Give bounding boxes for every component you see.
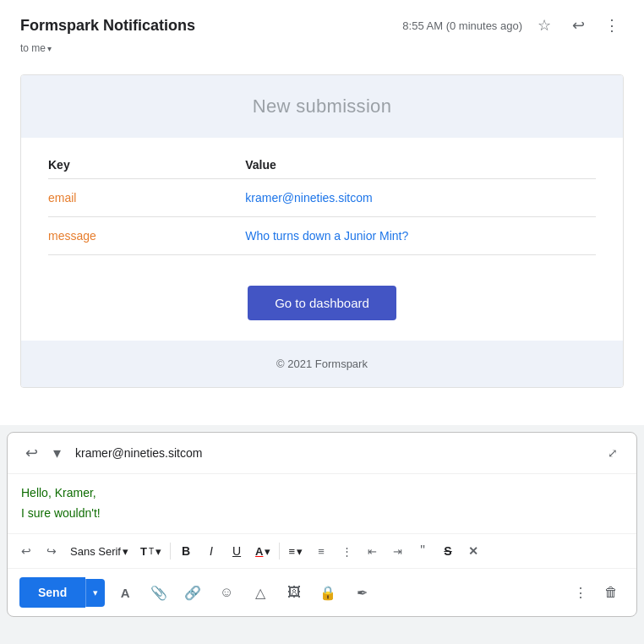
drive-icon[interactable]: △ xyxy=(247,579,274,606)
actions-right: ⋮ 🗑 xyxy=(567,579,625,606)
email-time: 8:55 AM (0 minutes ago) xyxy=(402,19,522,32)
formspark-footer: © 2021 Formspark xyxy=(21,341,623,387)
sender-name: Formspark Notifications xyxy=(20,17,195,35)
dashboard-btn-row: Go to dashboard xyxy=(21,269,623,341)
more-options-compose-icon[interactable]: ⋮ xyxy=(567,579,594,606)
table-row: messageWho turns down a Junior Mint? xyxy=(48,217,596,255)
formspark-email-header: New submission xyxy=(21,75,623,138)
text-color-a: A xyxy=(255,545,263,558)
signature-icon[interactable]: ✒ xyxy=(348,579,375,606)
compose-to-email: kramer@nineties.sitcom xyxy=(75,446,594,460)
link-icon[interactable]: 🔗 xyxy=(179,579,206,606)
compose-reply-text: I sure wouldn't! xyxy=(21,506,623,520)
send-dropdown-button[interactable]: ▾ xyxy=(85,579,105,607)
toolbar-underline-btn[interactable]: U xyxy=(225,539,248,563)
col-key-header: Key xyxy=(48,151,245,179)
send-btn-group: Send ▾ xyxy=(19,577,105,608)
send-button[interactable]: Send xyxy=(19,577,85,608)
toolbar-indent-btn[interactable]: ⇥ xyxy=(385,539,409,563)
toolbar-italic-btn[interactable]: I xyxy=(199,539,223,563)
table-row: emailkramer@nineties.sitcom xyxy=(48,179,596,217)
submission-table: Key Value emailkramer@nineties.sitcommes… xyxy=(48,151,596,255)
compose-to-row: ↩ ▾ kramer@nineties.sitcom ⤢ xyxy=(8,433,636,474)
email-body: New submission Key Value emailkramer@nin… xyxy=(20,64,624,425)
font-family-label: Sans Serif xyxy=(70,545,121,558)
align-icon: ≡ xyxy=(288,545,295,558)
font-size-t-small: T xyxy=(149,547,154,556)
compose-greeting: Hello, Kramer, xyxy=(21,486,623,499)
more-options-icon[interactable]: ⋮ xyxy=(600,14,624,37)
col-value-header: Value xyxy=(245,151,596,179)
table-cell-key: email xyxy=(48,179,245,217)
toolbar-undo-btn[interactable]: ↩ xyxy=(14,539,38,563)
font-size-chevron: ▾ xyxy=(156,545,161,558)
toolbar-sep-2 xyxy=(279,543,280,559)
compose-undo-icon[interactable]: ↩ xyxy=(19,441,43,465)
table-cell-value: Who turns down a Junior Mint? xyxy=(245,217,596,255)
footer-copyright: © 2021 Formspark xyxy=(276,357,368,370)
chevron-down-icon: ▾ xyxy=(47,44,52,53)
formspark-card: New submission Key Value emailkramer@nin… xyxy=(20,74,624,388)
toolbar-ul-btn[interactable]: ⋮ xyxy=(335,539,358,563)
email-header: Formspark Notifications 8:55 AM (0 minut… xyxy=(20,14,624,41)
toolbar-strike-btn[interactable]: S xyxy=(436,539,460,563)
toolbar-ol-btn[interactable]: ≡ xyxy=(309,539,333,563)
reply-icon[interactable]: ↩ xyxy=(566,14,590,37)
star-icon[interactable]: ☆ xyxy=(532,14,556,37)
font-family-chevron: ▾ xyxy=(123,545,128,558)
compose-actions: Send ▾ A 📎 🔗 ☺ △ 🖼 🔒 ✒ ⋮ 🗑 xyxy=(8,568,636,616)
font-size-dropdown[interactable]: T T ▾ xyxy=(135,539,166,563)
font-family-dropdown[interactable]: Sans Serif ▾ xyxy=(65,539,134,563)
compose-text-area[interactable]: Hello, Kramer, I sure wouldn't! xyxy=(8,474,636,533)
compose-chevron-icon[interactable]: ▾ xyxy=(45,441,68,465)
table-cell-key: message xyxy=(48,217,245,255)
formspark-table-section: Key Value emailkramer@nineties.sitcommes… xyxy=(21,138,623,269)
compose-toolbar: ↩ ↪ Sans Serif ▾ T T ▾ B I U A ▾ ≡ ▾ ≡ ⋮… xyxy=(8,533,636,568)
delete-compose-icon[interactable]: 🗑 xyxy=(598,579,625,606)
compose-expand-icon[interactable]: ⤢ xyxy=(601,441,625,465)
compose-area: ↩ ▾ kramer@nineties.sitcom ⤢ Hello, Kram… xyxy=(7,432,637,617)
toolbar-redo-btn[interactable]: ↪ xyxy=(40,539,63,563)
table-cell-value: kramer@nineties.sitcom xyxy=(245,179,596,217)
compose-reply-icons: ↩ ▾ xyxy=(19,441,68,465)
to-me-label[interactable]: to me ▾ xyxy=(20,41,624,64)
email-view: Formspark Notifications 8:55 AM (0 minut… xyxy=(0,0,644,425)
align-chevron: ▾ xyxy=(297,545,303,558)
text-color-dropdown[interactable]: A ▾ xyxy=(250,539,276,563)
align-dropdown[interactable]: ≡ ▾ xyxy=(283,539,308,563)
email-meta: 8:55 AM (0 minutes ago) ☆ ↩ ⋮ xyxy=(402,14,624,37)
toolbar-remove-format-btn[interactable]: ✕ xyxy=(461,539,485,563)
text-format-icon[interactable]: A xyxy=(112,579,139,606)
toolbar-bold-btn[interactable]: B xyxy=(174,539,198,563)
to-me-text: to me xyxy=(20,42,46,54)
go-to-dashboard-button[interactable]: Go to dashboard xyxy=(248,286,396,320)
confidential-icon[interactable]: 🔒 xyxy=(314,579,341,606)
toolbar-sep-1 xyxy=(170,543,171,559)
text-color-chevron: ▾ xyxy=(265,545,270,558)
font-size-icon: T xyxy=(140,545,147,558)
toolbar-outdent-btn[interactable]: ⇤ xyxy=(360,539,384,563)
image-icon[interactable]: 🖼 xyxy=(281,579,308,606)
attach-icon[interactable]: 📎 xyxy=(145,579,172,606)
new-submission-title: New submission xyxy=(253,96,391,117)
emoji-icon[interactable]: ☺ xyxy=(213,579,240,606)
toolbar-quote-btn[interactable]: " xyxy=(411,539,434,563)
